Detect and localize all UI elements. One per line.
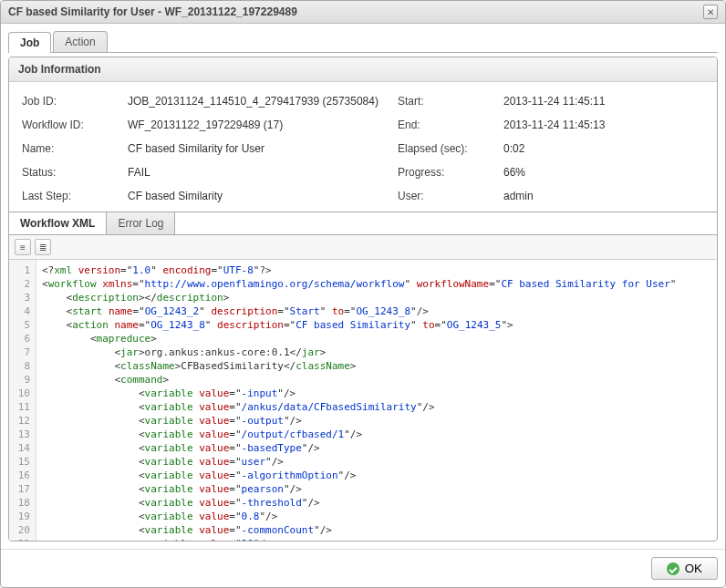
xml-editor[interactable]: 1 2 3 4 5 6 7 8 9 10 11 12 13 14 15 16 1… — [9, 260, 717, 541]
editor-toolbar: ≡ ≣ — [9, 235, 717, 260]
value-start: 2013-11-24 11:45:11 — [503, 95, 704, 108]
label-end: End: — [398, 119, 498, 131]
tab-action[interactable]: Action — [53, 31, 107, 52]
list-icon[interactable]: ≣ — [35, 239, 51, 255]
subtab-workflow-xml[interactable]: Workflow XML — [9, 212, 107, 234]
align-left-icon[interactable]: ≡ — [15, 239, 31, 255]
tab-job[interactable]: Job — [8, 32, 51, 53]
titlebar: CF based Similarity for User - WF_201311… — [1, 1, 725, 24]
job-info-grid: Job ID: JOB_20131124_114510_4_279417939 … — [9, 82, 717, 211]
value-workflow-id: WF_20131122_197229489 (17) — [128, 119, 392, 131]
check-icon — [667, 562, 679, 575]
value-last-step: CF based Similarity — [128, 190, 392, 202]
value-user: admin — [503, 190, 704, 202]
ok-label: OK — [685, 562, 702, 575]
subtab-error-log[interactable]: Error Log — [107, 212, 175, 234]
line-gutter: 1 2 3 4 5 6 7 8 9 10 11 12 13 14 15 16 1… — [9, 260, 36, 541]
label-user: User: — [398, 190, 498, 202]
job-info-header: Job Information — [9, 57, 717, 82]
label-workflow-id: Workflow ID: — [22, 119, 122, 131]
dialog-body: Job Action Job Information Job ID: JOB_2… — [1, 24, 725, 549]
value-name: CF based Similarity for User — [128, 142, 392, 155]
label-last-step: Last Step: — [22, 190, 122, 202]
xml-code: <?xml version="1.0" encoding="UTF-8"?> <… — [36, 260, 717, 541]
close-button[interactable]: ✕ — [703, 5, 718, 19]
dialog-footer: OK — [1, 549, 725, 587]
value-elapsed: 0:02 — [503, 142, 704, 155]
job-panel: Job Information Job ID: JOB_20131124_114… — [8, 57, 718, 542]
label-name: Name: — [22, 142, 122, 155]
value-job-id: JOB_20131124_114510_4_279417939 (2573508… — [128, 95, 392, 108]
label-status: Status: — [22, 166, 122, 179]
value-end: 2013-11-24 11:45:13 — [503, 119, 704, 131]
dialog-window: CF based Similarity for User - WF_201311… — [0, 0, 726, 588]
value-progress: 66% — [503, 166, 704, 179]
sub-tabs: Workflow XML Error Log — [9, 211, 717, 235]
value-status: FAIL — [128, 166, 392, 179]
window-title: CF based Similarity for User - WF_201311… — [8, 5, 297, 18]
main-tabs: Job Action — [8, 31, 718, 53]
label-elapsed: Elapsed (sec): — [398, 142, 498, 155]
label-start: Start: — [398, 95, 498, 108]
ok-button[interactable]: OK — [651, 557, 718, 580]
label-job-id: Job ID: — [22, 95, 122, 108]
label-progress: Progress: — [398, 166, 498, 179]
